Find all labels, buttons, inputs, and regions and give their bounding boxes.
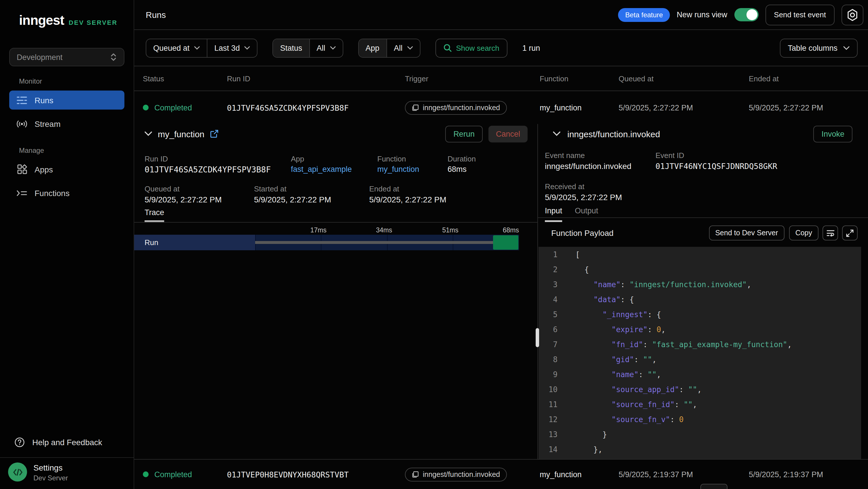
settings-subtitle: Dev Server — [33, 474, 68, 482]
send-to-dev-server-button[interactable]: Send to Dev Server — [709, 226, 784, 240]
help-icon — [14, 437, 25, 447]
sidebar-item-label: Apps — [35, 165, 53, 174]
function-link[interactable]: my_function — [377, 165, 419, 174]
trace-span-line — [255, 241, 494, 244]
collapse-chevron-icon[interactable] — [145, 132, 152, 136]
run-detail-panel: my_function Rerun Cancel Run ID 01JTVF46… — [134, 124, 538, 459]
sidebar-item-runs[interactable]: Runs — [9, 90, 124, 110]
line-number: 12 — [538, 412, 558, 427]
app-filter-group: App All — [358, 38, 420, 57]
cancel-button[interactable]: Cancel — [489, 125, 528, 142]
collapse-chevron-icon[interactable] — [553, 132, 560, 136]
environment-select[interactable]: Development — [9, 48, 124, 66]
line-number: 2 — [538, 262, 558, 277]
line-number: 9 — [538, 367, 558, 382]
queued-at-filter[interactable]: Queued at — [146, 39, 207, 57]
app-link[interactable]: fast_api_example — [291, 165, 352, 174]
copy-button[interactable]: Copy — [789, 226, 818, 240]
new-runs-view-toggle[interactable] — [734, 8, 758, 21]
event-id-value: 01JTVF46NYC1QSFJDNRDQ58GKR — [655, 162, 777, 171]
ended-at-label: Ended at — [369, 184, 399, 193]
queued-at-value: 5/9/2025, 2:27:22 PM — [145, 195, 222, 204]
app-filter-label: App — [359, 39, 386, 57]
table-header: StatusRun IDTriggerFunctionQueued atEnde… — [134, 66, 868, 91]
started-at-label: Started at — [254, 184, 286, 193]
rerun-button[interactable]: Rerun — [445, 125, 483, 142]
event-name-label: Event name — [545, 151, 585, 160]
run-count: 1 run — [522, 44, 540, 52]
partial-hidden-button — [701, 484, 727, 489]
function-cell: my_function — [540, 470, 582, 479]
queued-at-cell: 5/9/2025, 2:27:22 PM — [619, 103, 693, 112]
trace-run-row[interactable]: Run — [134, 235, 519, 250]
functions-icon — [17, 188, 27, 198]
line-number: 10 — [538, 382, 558, 397]
duration-label: Duration — [447, 154, 476, 163]
started-at-value: 5/9/2025, 2:27:22 PM — [254, 195, 331, 204]
code-line: 8 "gid": "", — [538, 352, 861, 367]
word-wrap-button[interactable] — [823, 226, 838, 240]
line-number: 5 — [538, 307, 558, 322]
time-range-filter[interactable]: Last 3d — [207, 39, 257, 57]
code-line: 3 "name": "inngest/function.invoked", — [538, 277, 861, 292]
search-icon — [443, 44, 451, 52]
show-search-button[interactable]: Show search — [435, 38, 507, 57]
settings-gear-button[interactable] — [841, 4, 863, 25]
code-line: 5 "_inngest": { — [538, 307, 861, 322]
run-function-title: my_function — [158, 129, 205, 139]
trigger-pill[interactable]: inngest/function.invoked — [405, 467, 507, 481]
new-runs-view-label: New runs view — [677, 10, 727, 19]
external-link-icon[interactable] — [210, 130, 218, 138]
send-test-event-button[interactable]: Send test event — [765, 4, 835, 25]
event-id-label: Event ID — [655, 151, 684, 160]
event-name-value: inngest/function.invoked — [545, 162, 631, 171]
expand-icon — [846, 229, 854, 237]
trace-execution-block[interactable] — [493, 235, 518, 250]
trace-timeline — [255, 235, 519, 250]
line-number: 6 — [538, 322, 558, 337]
column-header: Status — [143, 75, 164, 83]
trigger-pill[interactable]: inngest/function.invoked — [405, 100, 507, 114]
code-line: 14 }, — [538, 442, 861, 457]
hex-nut-icon — [847, 8, 858, 21]
status-cell: Completed — [143, 470, 192, 479]
status-text: Completed — [154, 103, 192, 112]
table-columns-button[interactable]: Table columns — [780, 38, 858, 57]
column-header: Function — [540, 75, 568, 83]
status-dot-icon — [143, 471, 149, 477]
run-id-label: Run ID — [145, 154, 168, 163]
event-detail-panel: inngest/function.invoked Invoke Event na… — [538, 124, 868, 459]
expand-button[interactable] — [842, 226, 858, 240]
tab-input[interactable]: Input — [545, 206, 562, 222]
column-header: Ended at — [749, 75, 779, 83]
invoke-button[interactable]: Invoke — [813, 125, 852, 142]
table-row[interactable]: Completed01JTVF46SA5ZCDK4YPFSPV3B8Finnge… — [134, 91, 868, 124]
settings-entry[interactable]: Settings Dev Server — [8, 462, 126, 482]
help-and-feedback[interactable]: Help and Feedback — [9, 432, 124, 452]
line-number: 14 — [538, 442, 558, 457]
line-number: 7 — [538, 337, 558, 352]
tab-output[interactable]: Output — [575, 206, 598, 222]
panel-scrollbar-handle[interactable] — [536, 328, 539, 347]
app-filter-value[interactable]: All — [386, 39, 420, 57]
table-row[interactable]: Completed01JTVEP0H8EVDNYXH68QRSTVBTinnge… — [134, 459, 868, 489]
status-filter-value[interactable]: All — [309, 39, 342, 57]
runs-icon — [17, 95, 27, 105]
sidebar-item-label: Stream — [35, 119, 60, 128]
line-number: 11 — [538, 397, 558, 412]
sidebar-item-functions[interactable]: Functions — [9, 183, 124, 202]
column-header: Run ID — [227, 75, 250, 83]
stream-icon — [17, 118, 27, 129]
tab-trace[interactable]: Trace — [145, 208, 164, 222]
payload-code-editor[interactable]: 1[2 {3 "name": "inngest/function.invoked… — [538, 247, 861, 459]
trace-tick-label: 34ms — [376, 227, 392, 234]
sidebar-section-monitor: Monitor — [19, 77, 42, 85]
line-number: 8 — [538, 352, 558, 367]
sidebar-item-apps[interactable]: Apps — [9, 160, 124, 179]
payload-title: Function Payload — [551, 228, 613, 237]
line-number: 13 — [538, 427, 558, 442]
sidebar-item-stream[interactable]: Stream — [9, 114, 124, 133]
run-detail-region: my_function Rerun Cancel Run ID 01JTVF46… — [134, 124, 868, 459]
trace-tick-label: 51ms — [442, 227, 458, 234]
code-line: 9 "name": "", — [538, 367, 861, 382]
